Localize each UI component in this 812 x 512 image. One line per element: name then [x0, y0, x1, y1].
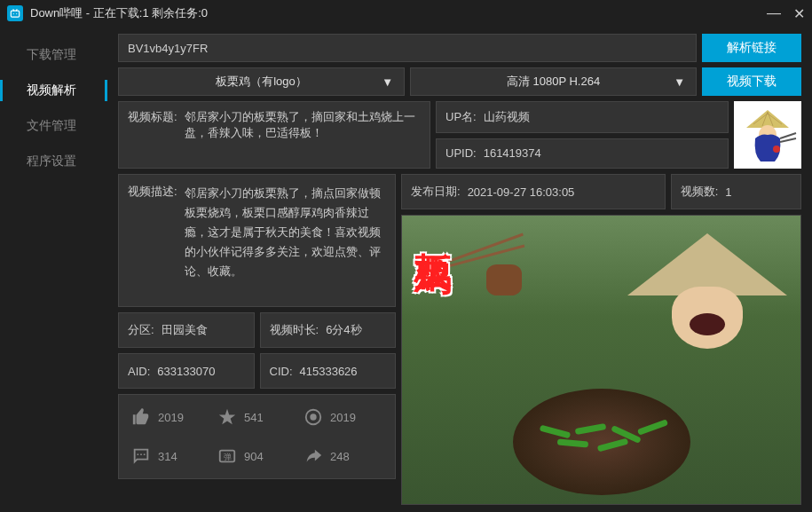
- upid-cell: UPID: 161419374: [436, 138, 729, 169]
- title-label: 视频标题:: [128, 109, 177, 161]
- svg-line-13: [780, 138, 796, 142]
- svg-text:弹: 弹: [224, 453, 232, 461]
- minimize-button[interactable]: —: [767, 5, 781, 22]
- category-cell: 分区: 田园美食: [118, 312, 255, 348]
- desc-value: 邻居家小刀的板栗熟了，摘点回家做顿板栗烧鸡，板栗口感醇厚鸡肉香辣过瘾，这才是属于…: [185, 184, 386, 297]
- cid-cell: CID: 415333626: [260, 353, 397, 389]
- stat-like: 2019: [131, 404, 210, 430]
- window-title: Down哔哩 - 正在下载:1 剩余任务:0: [30, 5, 767, 21]
- sidebar: 下载管理 视频解析 文件管理 程序设置: [0, 27, 102, 512]
- chevron-down-icon: ▼: [382, 75, 393, 89]
- publish-cell: 发布日期: 2021-09-27 16:03:05: [401, 174, 666, 209]
- sidebar-item-settings[interactable]: 程序设置: [0, 144, 102, 179]
- titlebar: Down哔哩 - 正在下载:1 剩余任务:0 — ✕: [0, 0, 812, 27]
- desc-label: 视频描述:: [128, 184, 177, 297]
- up-cell: UP名: 山药视频: [436, 101, 729, 133]
- stat-danmu: 弹 904: [217, 443, 296, 469]
- count-cell: 视频数: 1: [671, 174, 801, 209]
- desc-cell: 视频描述: 邻居家小刀的板栗熟了，摘点回家做顿板栗烧鸡，板栗口感醇厚鸡肉香辣过瘾…: [118, 174, 396, 307]
- title-cell: 视频标题: 邻居家小刀的板栗熟了，摘回家和土鸡烧上一盘，香辣入味，巴适得板！: [118, 101, 430, 169]
- danmu-icon: 弹: [217, 446, 237, 466]
- video-select-dropdown[interactable]: 板栗鸡（有logo） ▼: [118, 67, 405, 96]
- share-icon: [304, 446, 323, 466]
- parse-button[interactable]: 解析链接: [702, 34, 801, 62]
- up-value: 山药视频: [484, 109, 530, 125]
- comment-icon: [131, 446, 151, 466]
- quality-select-dropdown[interactable]: 高清 1080P H.264 ▼: [410, 67, 697, 96]
- stats-box: 2019 541 2019 314 弹: [118, 394, 396, 479]
- svg-point-18: [144, 453, 146, 455]
- svg-point-3: [13, 13, 14, 14]
- download-button[interactable]: 视频下载: [702, 67, 801, 96]
- sidebar-item-download-manage[interactable]: 下载管理: [0, 37, 102, 73]
- close-button[interactable]: ✕: [793, 5, 805, 22]
- thumbnail-text: 板栗鸡: [413, 223, 453, 233]
- up-label: UP名:: [445, 109, 477, 125]
- url-input[interactable]: [118, 34, 697, 62]
- stat-share: 248: [304, 443, 382, 469]
- thumbnail: 板栗鸡: [401, 215, 801, 505]
- svg-rect-0: [11, 11, 19, 17]
- stat-coin: 2019: [304, 404, 382, 430]
- stat-fav: 541: [217, 404, 296, 430]
- sidebar-item-file-manage[interactable]: 文件管理: [0, 108, 102, 144]
- upid-label: UPID:: [445, 146, 477, 161]
- star-icon: [217, 407, 237, 427]
- sidebar-item-video-parse[interactable]: 视频解析: [0, 73, 102, 108]
- app-logo-icon: [7, 5, 23, 21]
- chevron-down-icon: ▼: [674, 75, 685, 89]
- aid-cell: AID: 633133070: [118, 353, 255, 389]
- svg-line-12: [780, 133, 796, 138]
- svg-point-16: [137, 453, 138, 455]
- title-value: 邻居家小刀的板栗熟了，摘回家和土鸡烧上一盘，香辣入味，巴适得板！: [185, 109, 421, 161]
- thumbs-up-icon: [131, 407, 151, 427]
- upid-value: 161419374: [484, 146, 541, 161]
- svg-point-17: [140, 453, 142, 455]
- svg-point-15: [310, 414, 316, 420]
- coin-icon: [304, 407, 323, 427]
- stat-comment: 314: [131, 443, 210, 469]
- svg-point-4: [16, 13, 17, 14]
- duration-cell: 视频时长: 6分4秒: [260, 312, 397, 348]
- svg-point-11: [773, 146, 780, 153]
- avatar: [734, 101, 801, 169]
